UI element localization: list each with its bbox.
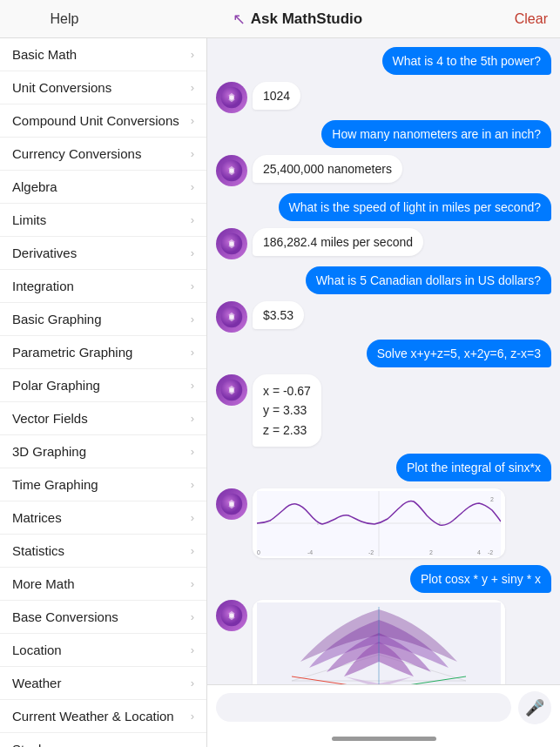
user-bubble: Solve x+y+z=5, x+2y=6, z-x=3 (367, 340, 551, 367)
sidebar-item-stocks[interactable]: Stocks › (0, 733, 206, 747)
sidebar-item-currency[interactable]: Currency Conversions › (0, 138, 206, 171)
chat-input[interactable] (216, 693, 511, 722)
sidebar-item-basic-math[interactable]: Basic Math › (0, 38, 206, 71)
sidebar-item-polar[interactable]: Polar Graphing › (0, 369, 206, 402)
sidebar-item-more-math[interactable]: More Math › (0, 568, 206, 601)
bot-avatar (216, 228, 247, 259)
chat-messages: What is 4 to the 5th power? (207, 38, 560, 684)
sidebar-label: Currency Conversions (12, 146, 141, 161)
message-row: 25,400,000 nanometers (216, 155, 551, 186)
svg-point-3 (229, 168, 233, 172)
bot-bubble: x = -0.67y = 3.33z = 2.33 (253, 374, 321, 447)
sidebar-item-integration[interactable]: Integration › (0, 270, 206, 303)
message-row: 1024 (216, 82, 551, 113)
message-row: 0 -4 -2 2 4 2 -2 (216, 488, 551, 558)
sidebar-item-weather[interactable]: Weather › (0, 667, 206, 700)
sidebar-label: Weather (12, 676, 61, 690)
sidebar-label: Stocks (12, 742, 51, 747)
bot-avatar (216, 600, 247, 631)
chevron-right-icon: › (191, 610, 194, 623)
sidebar-label: Matrices (12, 510, 62, 525)
svg-text:0: 0 (257, 549, 260, 555)
message-row (216, 600, 551, 684)
svg-text:-4: -4 (307, 549, 313, 555)
chevron-right-icon: › (191, 246, 194, 259)
sidebar-label: Basic Math (12, 47, 77, 62)
sidebar-item-matrices[interactable]: Matrices › (0, 501, 206, 535)
sidebar-label: Location (12, 643, 62, 657)
sidebar-item-time-graphing[interactable]: Time Graphing › (0, 468, 206, 501)
sidebar-item-statistics[interactable]: Statistics › (0, 535, 206, 568)
sidebar-label: Unit Conversions (12, 80, 111, 95)
clear-button[interactable]: Clear (478, 11, 548, 27)
sidebar-label: Algebra (12, 179, 57, 194)
chevron-right-icon: › (191, 445, 194, 458)
message-row: Plot cosx * y + siny * x (216, 565, 551, 593)
chevron-right-icon: › (191, 511, 194, 524)
bot-avatar (216, 374, 247, 406)
chevron-right-icon: › (191, 279, 194, 293)
sidebar-item-compound[interactable]: Compound Unit Conversions › (0, 104, 206, 138)
sidebar-label: Vector Fields (12, 411, 88, 426)
sidebar-label: More Math (12, 576, 75, 591)
sidebar-item-derivatives[interactable]: Derivatives › (0, 237, 206, 270)
chevron-right-icon: › (191, 313, 194, 326)
sidebar-item-base-conversions[interactable]: Base Conversions › (0, 601, 206, 634)
chevron-right-icon: › (191, 48, 194, 61)
sidebar-item-current-weather[interactable]: Current Weather & Location › (0, 700, 206, 733)
chevron-right-icon: › (191, 710, 194, 723)
sidebar-item-unit-conversions[interactable]: Unit Conversions › (0, 71, 206, 104)
home-indicator (332, 737, 436, 741)
message-row: Solve x+y+z=5, x+2y=6, z-x=3 (216, 340, 551, 367)
sidebar: Basic Math › Unit Conversions › Compound… (0, 38, 207, 747)
message-row: How many nanometers are in an inch? (216, 120, 551, 148)
input-area: 🎤 (207, 684, 560, 730)
graph-3d (253, 600, 505, 684)
user-bubble: What is 4 to the 5th power? (382, 47, 551, 75)
message-row: What is 4 to the 5th power? (216, 47, 551, 75)
sidebar-label: Derivatives (12, 246, 77, 260)
chat-area: What is 4 to the 5th power? (207, 38, 560, 747)
bot-avatar (216, 82, 247, 113)
user-bubble: What is 5 Canadian dollars in US dollars… (306, 266, 551, 294)
chevron-right-icon: › (191, 379, 194, 392)
chevron-right-icon: › (191, 577, 194, 590)
bot-bubble: $3.53 (253, 301, 304, 329)
mic-button[interactable]: 🎤 (518, 691, 551, 724)
sidebar-label: Integration (12, 279, 74, 293)
message-row: What is 5 Canadian dollars in US dollars… (216, 266, 551, 294)
sidebar-label: Base Conversions (12, 609, 118, 624)
message-row: $3.53 (216, 301, 551, 333)
bottom-bar (207, 730, 560, 747)
sidebar-label: Statistics (12, 543, 64, 558)
main-layout: Basic Math › Unit Conversions › Compound… (0, 38, 560, 747)
sidebar-item-parametric[interactable]: Parametric Graphing › (0, 336, 206, 369)
sidebar-item-basic-graphing[interactable]: Basic Graphing › (0, 303, 206, 336)
svg-text:-2: -2 (368, 549, 374, 555)
chevron-right-icon: › (191, 147, 194, 160)
chevron-right-icon: › (191, 643, 194, 656)
svg-point-5 (229, 241, 233, 246)
header-center: ↖ Ask MathStudio (233, 10, 362, 29)
sidebar-item-vector-fields[interactable]: Vector Fields › (0, 402, 206, 435)
svg-text:4: 4 (477, 549, 481, 555)
graph-line: 0 -4 -2 2 4 2 -2 (253, 488, 505, 558)
bot-bubble: 186,282.4 miles per second (253, 228, 423, 256)
sidebar-label: Parametric Graphing (12, 345, 132, 360)
sidebar-item-location[interactable]: Location › (0, 634, 206, 667)
sidebar-label: Basic Graphing (12, 312, 102, 326)
sidebar-label: Limits (12, 212, 46, 227)
sidebar-label: Polar Graphing (12, 378, 100, 393)
chevron-right-icon: › (191, 478, 194, 491)
message-row: What is the speed of light in miles per … (216, 193, 551, 221)
app-header: Help ↖ Ask MathStudio Clear (0, 0, 560, 38)
sidebar-label: Current Weather & Location (12, 709, 174, 723)
sidebar-item-algebra[interactable]: Algebra › (0, 171, 206, 204)
sidebar-item-3d-graphing[interactable]: 3D Graphing › (0, 435, 206, 468)
sidebar-item-limits[interactable]: Limits › (0, 204, 206, 237)
message-row: x = -0.67y = 3.33z = 2.33 (216, 374, 551, 447)
bot-bubble: 25,400,000 nanometers (253, 155, 402, 183)
sidebar-label: Compound Unit Conversions (12, 113, 179, 128)
user-bubble: Plot cosx * y + siny * x (410, 565, 551, 593)
chevron-right-icon: › (191, 676, 194, 690)
